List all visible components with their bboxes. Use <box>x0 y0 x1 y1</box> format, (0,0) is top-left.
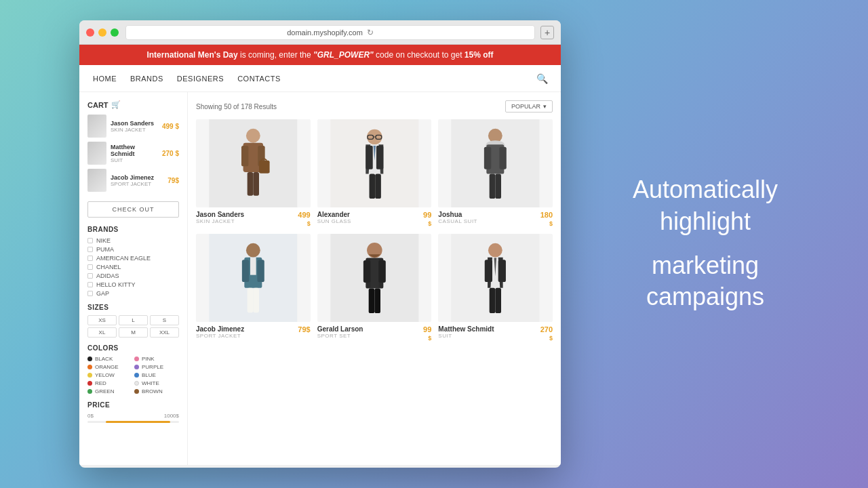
brand-checkbox-nike[interactable] <box>87 238 93 243</box>
svg-rect-55 <box>496 288 502 313</box>
product-price-value-3: 79$ <box>298 325 310 333</box>
color-item-white[interactable]: WHITE <box>134 380 179 386</box>
cart-item[interactable]: Matthew Schmidt SUIT 270 $ <box>87 142 179 165</box>
svg-rect-41 <box>370 258 378 287</box>
sort-label: POPULAR <box>511 103 540 110</box>
product-card-2[interactable]: Joshua CASUAL SUIT 180 $ <box>438 119 553 227</box>
color-item-pink[interactable]: PINK <box>134 356 179 362</box>
product-text-5: Matthew Schmidt SUIT <box>438 325 494 339</box>
nav-designers[interactable]: DESIGNERS <box>177 75 224 83</box>
brand-filter-item[interactable]: GAP <box>87 290 179 297</box>
price-labels: 0$ 1000$ <box>87 413 179 419</box>
product-price-5: 270 $ <box>540 325 553 342</box>
color-label-green: GREEN <box>95 388 114 394</box>
brand-filter-item[interactable]: AMERICAN EAGLE <box>87 255 179 262</box>
color-label-brown: BROWN <box>142 388 163 394</box>
brand-filter-item[interactable]: NIKE <box>87 237 179 244</box>
brand-label-ae: AMERICAN EAGLE <box>96 255 151 262</box>
colors-grid: BLACK PINK ORANGE PURPLE <box>87 356 179 394</box>
color-item-red[interactable]: RED <box>87 380 132 386</box>
main-nav: HOME BRANDS DESIGNERS CONTACTS 🔍 <box>79 65 561 92</box>
product-price-value-5: 270 <box>540 325 553 333</box>
products-grid: Jason Sanders SKIN JACKET 499 $ <box>196 119 553 342</box>
product-price-value-4: 99 <box>423 325 431 333</box>
color-dot-yellow <box>87 373 92 378</box>
address-bar[interactable]: domain.myshopify.com ↻ <box>125 25 535 40</box>
close-dot[interactable] <box>86 28 94 37</box>
brand-checkbox-ae[interactable] <box>87 256 93 261</box>
color-item-brown[interactable]: BROWN <box>134 388 179 394</box>
minimize-dot[interactable] <box>98 28 106 37</box>
product-card-4[interactable]: Gerald Larson SPORT SET 99 $ <box>317 234 432 342</box>
product-price-1: 99 $ <box>423 211 431 227</box>
brand-filter-item[interactable]: HELLO KITTY <box>87 281 179 288</box>
search-button[interactable]: 🔍 <box>536 73 547 84</box>
cart-item-info-1: Matthew Schmidt SUIT <box>111 144 158 163</box>
color-item-yellow[interactable]: YELOW <box>87 372 132 378</box>
brand-checkbox-gap[interactable] <box>87 291 93 296</box>
cart-item[interactable]: Jacob Jimenez SPORT JACKET 79$ <box>87 169 179 192</box>
color-item-green[interactable]: GREEN <box>87 388 132 394</box>
color-item-black[interactable]: BLACK <box>87 356 132 362</box>
refresh-icon[interactable]: ↻ <box>367 28 374 37</box>
svg-rect-3 <box>241 146 248 166</box>
product-card-5[interactable]: Matthew Schmidt SUIT 270 $ <box>438 234 553 342</box>
svg-rect-17 <box>366 146 372 169</box>
brand-checkbox-puma[interactable] <box>87 247 93 252</box>
product-card-1[interactable]: Alexander SUN GLASS 99 $ <box>317 119 432 227</box>
svg-rect-28 <box>490 174 496 199</box>
brand-checkbox-hellokitty[interactable] <box>87 282 93 287</box>
size-l[interactable]: L <box>119 315 148 325</box>
color-item-blue[interactable]: BLUE <box>134 372 179 378</box>
size-xl[interactable]: XL <box>87 327 117 338</box>
color-dot-pink <box>134 357 139 361</box>
color-item-purple[interactable]: PURPLE <box>134 364 179 370</box>
brand-checkbox-chanel[interactable] <box>87 264 93 270</box>
brand-checkbox-adidas[interactable] <box>87 273 93 279</box>
svg-rect-54 <box>490 288 496 313</box>
product-image-2 <box>438 119 553 207</box>
svg-rect-44 <box>368 289 374 313</box>
cart-item-price-1: 270 $ <box>162 150 179 157</box>
color-label-orange: ORANGE <box>95 364 119 370</box>
product-info-3: Jacob Jimenez SPORT JACKET 79$ <box>196 325 311 339</box>
cart-item-price-2: 79$ <box>167 177 179 184</box>
results-text: Showing 50 of 178 Results <box>196 103 277 110</box>
svg-rect-51 <box>485 260 492 282</box>
products-header: Showing 50 of 178 Results POPULAR ▾ <box>196 100 553 113</box>
brand-filter-item[interactable]: ADIDAS <box>87 272 179 279</box>
size-m[interactable]: M <box>119 327 148 338</box>
color-label-pink: PINK <box>142 356 155 362</box>
svg-rect-45 <box>374 289 380 313</box>
size-xxl[interactable]: XXL <box>150 327 179 338</box>
sort-dropdown[interactable]: POPULAR ▾ <box>505 100 553 113</box>
product-name-4: Gerald Larson <box>317 325 363 333</box>
size-xs[interactable]: XS <box>87 315 117 325</box>
cart-item[interactable]: Jason Sanders SKIN JACKET 499 $ <box>87 115 179 138</box>
right-panel: Automatically highlight marketing campai… <box>597 174 814 313</box>
price-slider[interactable] <box>87 421 179 423</box>
maximize-dot[interactable] <box>111 28 119 37</box>
brand-filter-item[interactable]: CHANEL <box>87 264 179 270</box>
product-type-1: SUN GLASS <box>317 218 351 224</box>
product-price-value-0: 499 <box>298 211 310 219</box>
color-dot-white <box>134 381 139 386</box>
brand-filter-item[interactable]: PUMA <box>87 246 179 253</box>
nav-home[interactable]: HOME <box>93 75 117 83</box>
price-slider-fill <box>106 421 170 423</box>
brands-filter-title: BRANDS <box>87 226 179 233</box>
size-s[interactable]: S <box>150 315 179 325</box>
checkout-button[interactable]: CHECK OUT <box>87 201 179 218</box>
product-type-0: SKIN JACKET <box>196 218 244 224</box>
nav-contacts[interactable]: CONTACTS <box>237 75 281 83</box>
svg-point-1 <box>246 129 260 143</box>
nav-brands[interactable]: BRANDS <box>130 75 163 83</box>
new-tab-button[interactable]: + <box>540 26 554 39</box>
color-item-orange[interactable]: ORANGE <box>87 364 132 370</box>
colors-filter: COLORS BLACK PINK ORANGE <box>87 344 179 394</box>
product-card-0[interactable]: Jason Sanders SKIN JACKET 499 $ <box>196 119 311 227</box>
color-dot-brown <box>134 389 139 394</box>
brand-label-hellokitty: HELLO KITTY <box>96 281 136 288</box>
product-card-3[interactable]: Jacob Jimenez SPORT JACKET 79$ <box>196 234 311 342</box>
color-dot-red <box>87 381 92 386</box>
